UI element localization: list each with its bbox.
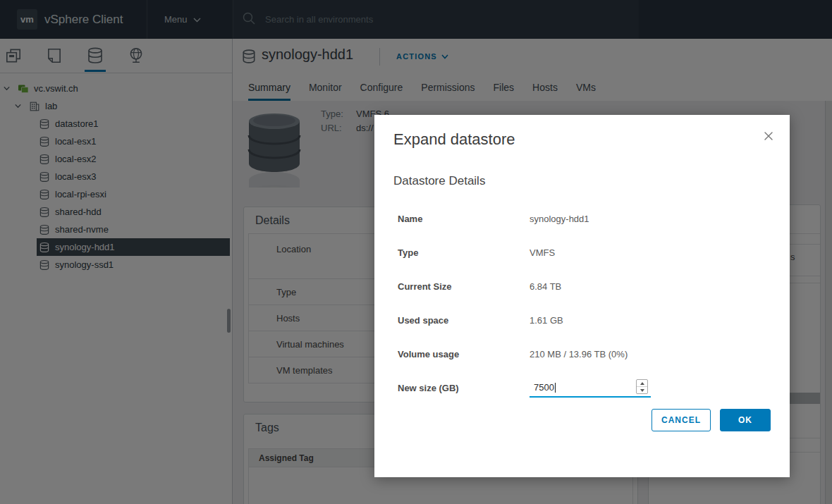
cancel-button[interactable]: CANCEL: [651, 409, 711, 431]
expand-datastore-dialog: Expand datastore Datastore Details Names…: [374, 115, 790, 477]
field-value: 210 MB / 13.96 TB (0%): [530, 349, 628, 359]
number-spinner: [636, 379, 648, 394]
close-icon[interactable]: [762, 130, 775, 142]
field-value: synology-hdd1: [530, 214, 589, 224]
field-row-current-size: Current Size6.84 TB: [398, 269, 771, 303]
field-row-name: Namesynology-hdd1: [398, 202, 771, 235]
field-label: Name: [398, 214, 530, 224]
field-value: 1.61 GB: [530, 315, 563, 326]
new-size-label: New size (GB): [398, 383, 530, 393]
text-cursor: [555, 383, 556, 393]
ok-button[interactable]: OK: [720, 409, 771, 431]
field-value: VMFS: [530, 247, 555, 258]
field-row-used-space: Used space1.61 GB: [398, 303, 771, 337]
field-row-type: TypeVMFS: [398, 235, 771, 269]
field-row-volume-usage: Volume usage210 MB / 13.96 TB (0%): [398, 337, 771, 371]
new-size-input[interactable]: 7500: [530, 378, 651, 398]
field-value: 6.84 TB: [530, 281, 561, 292]
new-size-row: New size (GB) 7500: [398, 371, 771, 405]
spinner-up-icon[interactable]: [637, 380, 647, 387]
spinner-down-icon[interactable]: [637, 387, 647, 393]
dialog-section-title: Datastore Details: [393, 174, 485, 188]
field-label: Type: [398, 247, 530, 258]
vsphere-client-window: vm vSphere Client Menu Search in all env…: [0, 0, 832, 504]
field-label: Volume usage: [398, 349, 530, 359]
new-size-value: 7500: [534, 382, 554, 393]
field-label: Used space: [398, 315, 530, 326]
dialog-buttons: CANCEL OK: [651, 409, 771, 431]
dialog-title: Expand datastore: [393, 130, 515, 149]
dialog-fields: Namesynology-hdd1TypeVMFSCurrent Size6.8…: [398, 202, 771, 405]
field-label: Current Size: [398, 281, 530, 292]
